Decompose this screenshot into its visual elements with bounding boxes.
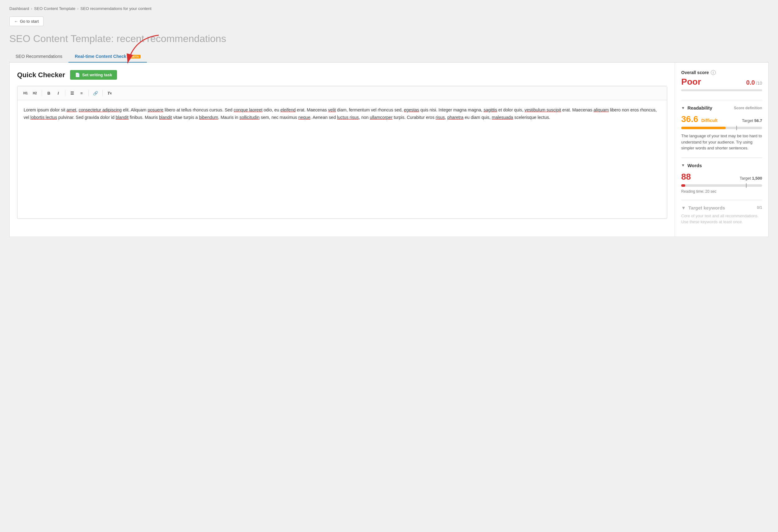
readability-bar [681,127,762,129]
readability-row: 36.6 Difficult Target 56.7 [681,114,762,124]
beta-badge: BETA [130,55,141,59]
tab-realtime-content-check[interactable]: Real-time Content Check BETA [69,51,147,63]
arrow-left-icon: ← [14,19,18,24]
breadcrumb-current: SEO recommendations for your content [80,6,151,11]
overall-score-row: Poor 0.0 /10 [681,77,762,87]
overall-score-value-group: 0.0 /10 [746,79,762,86]
quick-checker-header: Quick Checker 📄 Set writing task [17,70,667,80]
editor-container: H1 H2 B I ☰ ≡ 🔗 Tx [17,86,667,219]
divider-3 [681,200,762,200]
set-writing-task-button[interactable]: 📄 Set writing task [70,70,117,80]
readability-bar-fill [681,127,726,129]
page-title-main: SEO Content Template: [9,33,114,44]
breadcrumb: Dashboard › SEO Content Template › SEO r… [9,6,769,11]
words-bar [681,184,762,187]
divider-1 [681,100,762,100]
link-button[interactable]: 🔗 [91,89,100,97]
words-header[interactable]: ▼ Words [681,163,762,168]
list-group: ☰ ≡ [68,89,86,97]
go-to-start-button[interactable]: ← Go to start [9,16,44,26]
breadcrumb-sep-2: › [77,7,78,11]
toolbar-divider-4 [102,90,103,96]
tab-seo-label: SEO Recommendations [15,54,62,59]
target-keywords-section: ▼ Target keywords 0/1 Core of your text … [681,205,762,225]
overall-score-quality: Poor [681,77,701,87]
words-count-value: 88 [681,172,691,182]
breadcrumb-seo-template[interactable]: SEO Content Template [34,6,76,11]
target-keywords-count: 0/1 [757,206,762,210]
editor-toolbar: H1 H2 B I ☰ ≡ 🔗 Tx [17,86,667,100]
tabs-bar: SEO Recommendations Real-time Content Ch… [9,51,769,63]
page-title: SEO Content Template: recent recommendat… [9,33,769,45]
readability-target: Target 56.7 [742,118,762,123]
toolbar-divider-2 [65,90,65,96]
readability-section: ▼ Readability Score definition 36.6 Diff… [681,105,762,151]
bold-button[interactable]: B [45,89,53,97]
readability-rating: Difficult [701,118,718,123]
ordered-list-button[interactable]: ≡ [77,89,86,97]
tab-realtime-label: Real-time Content Check [75,54,126,59]
readability-header[interactable]: ▼ Readability Score definition [681,105,762,110]
heading-group: H1 H2 [21,89,39,97]
h1-button[interactable]: H1 [21,89,30,97]
readability-label: Readability [687,105,712,110]
page-title-subtitle: recent recommendations [114,33,226,44]
target-keywords-label: Target keywords [688,205,725,211]
clear-format-button[interactable]: Tx [105,89,114,97]
editor-content: Lorem ipsum dolor sit amet, consectetur … [24,106,661,122]
toolbar-divider-3 [88,90,89,96]
readability-bar-marker [736,126,737,130]
readability-chevron: ▼ [681,106,685,110]
words-target: Target 1,500 [740,176,762,180]
target-keywords-chevron: ▼ [681,205,686,211]
overall-score-section: Overall score i Poor 0.0 /10 [681,70,762,91]
set-writing-task-label: Set writing task [82,73,112,77]
format-group: B I [45,89,63,97]
overall-score-bar [681,89,762,91]
breadcrumb-sep-1: › [31,7,32,11]
overall-score-text: Overall score [681,70,709,75]
unordered-list-button[interactable]: ☰ [68,89,77,97]
score-definition-link[interactable]: Score definition [734,106,762,110]
h2-button[interactable]: H2 [30,89,39,97]
readability-score-value: 36.6 [681,114,698,124]
editor-body[interactable]: Lorem ipsum dolor sit amet, consectetur … [17,100,667,219]
reading-time: Reading time: 20 sec [681,189,762,194]
quick-checker-title: Quick Checker [17,71,65,79]
words-chevron: ▼ [681,163,685,167]
overall-score-denom: /10 [756,81,762,86]
overall-score-label: Overall score i [681,70,762,75]
words-bar-marker [746,183,747,188]
tabs-container: SEO Recommendations Real-time Content Ch… [9,51,769,63]
breadcrumb-dashboard[interactable]: Dashboard [9,6,29,11]
go-to-start-label: Go to start [20,19,39,24]
file-icon: 📄 [75,73,80,77]
tab-seo-recommendations[interactable]: SEO Recommendations [9,51,69,63]
words-bar-fill [681,184,685,187]
words-section: ▼ Words 88 Target 1,500 Reading time: 20… [681,163,762,194]
overall-score-value: 0.0 [746,79,755,86]
readability-description: The language of your text may be too har… [681,133,762,151]
words-label: Words [687,163,702,168]
main-content: Quick Checker 📄 Set writing task H1 H2 B [9,63,769,237]
words-row: 88 Target 1,500 [681,172,762,182]
overall-score-fill [681,89,684,91]
right-panel: Overall score i Poor 0.0 /10 [675,63,768,237]
target-keywords-description: Core of your text and all recommendation… [681,213,762,225]
target-keywords-header[interactable]: ▼ Target keywords 0/1 [681,205,762,211]
divider-2 [681,157,762,158]
italic-button[interactable]: I [54,89,63,97]
overall-score-info-icon[interactable]: i [711,70,716,75]
left-panel: Quick Checker 📄 Set writing task H1 H2 B [10,63,675,237]
